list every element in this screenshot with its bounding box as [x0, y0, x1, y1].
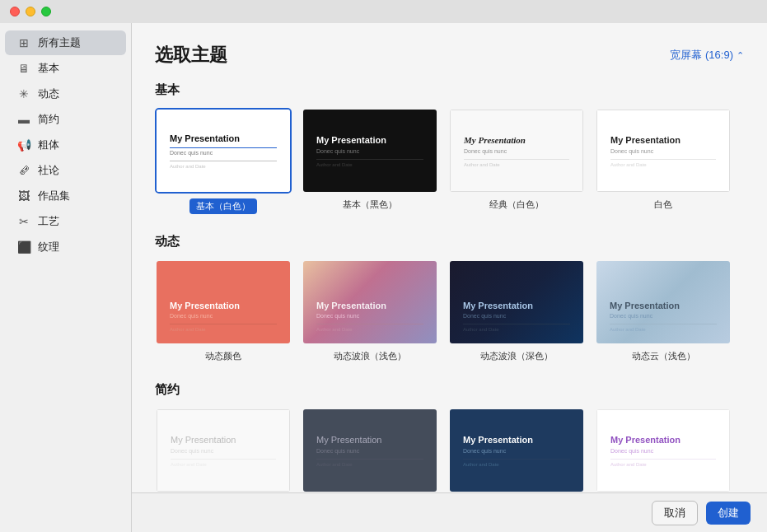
sidebar-item-all[interactable]: ⊞所有主题	[5, 30, 126, 55]
titlebar	[0, 0, 767, 23]
template-label-dynamic-color: 动态颜色	[205, 350, 241, 362]
dynamic-template-grid: My PresentationDonec quis nuncAuthor and…	[155, 259, 744, 362]
sidebar-label-portfolio: 作品集	[38, 189, 70, 203]
sidebar-icon-dynamic: ✳	[16, 87, 31, 100]
template-thumb-basic-white: My PresentationDonec quis nuncAuthor and…	[155, 108, 292, 194]
sidebar-item-editorial[interactable]: 🗞社论	[5, 158, 126, 183]
sidebar-item-simple[interactable]: ▬简约	[5, 107, 126, 132]
template-label-dynamic-cloud-light: 动态云（浅色）	[632, 350, 695, 362]
basic-template-grid: My PresentationDonec quis nuncAuthor and…	[155, 108, 744, 214]
template-thumb-color-gradient-light: My PresentationDonec quis nuncAuthor and…	[595, 408, 732, 493]
template-label-white: 白色	[654, 198, 672, 211]
sidebar-item-dynamic[interactable]: ✳动态	[5, 82, 126, 106]
bottom-bar: 取消 创建	[132, 492, 767, 532]
section-simple-title: 简约	[155, 382, 744, 398]
sidebar-icon-editorial: 🗞	[16, 164, 31, 177]
sidebar-label-craft: 工艺	[38, 214, 59, 229]
sidebar: ⊞所有主题🖥基本✳动态▬简约📢粗体🗞社论🖼作品集✂工艺⬛纹理	[0, 23, 132, 532]
template-basic-black[interactable]: My PresentationDonec quis nuncAuthor and…	[302, 108, 438, 214]
main-header: 选取主题 宽屏幕 (16:9) ⌃	[155, 43, 744, 68]
close-button[interactable]	[10, 7, 20, 16]
minimize-button[interactable]	[26, 7, 35, 16]
sidebar-icon-portfolio: 🖼	[16, 189, 31, 203]
sidebar-item-craft[interactable]: ✂工艺	[5, 209, 126, 234]
template-label-basic-black: 基本（黑色）	[343, 198, 397, 211]
template-basic-white[interactable]: My PresentationDonec quis nuncAuthor and…	[155, 108, 292, 214]
section-dynamic-title: 动态	[155, 234, 744, 250]
template-thumb-dynamic-color: My PresentationDonec quis nuncAuthor and…	[155, 259, 292, 345]
sidebar-label-dynamic: 动态	[38, 86, 59, 101]
template-label-classic-white: 经典（白色）	[489, 198, 544, 211]
template-thumb-dynamic-wave-light: My PresentationDonec quis nuncAuthor and…	[302, 259, 438, 345]
sidebar-item-basic[interactable]: 🖥基本	[5, 56, 126, 81]
aspect-ratio-button[interactable]: 宽屏幕 (16:9) ⌃	[670, 48, 744, 63]
template-thumb-minimal-dark: My PresentationDonec quis nuncAuthor and…	[302, 408, 438, 493]
template-label-dynamic-wave-dark: 动态波浪（深色）	[480, 350, 553, 362]
sidebar-icon-texture: ⬛	[16, 240, 31, 254]
template-thumb-basic-color: My PresentationDonec quis nuncAuthor and…	[448, 408, 585, 493]
aspect-ratio-label: 宽屏幕 (16:9)	[670, 48, 733, 63]
sidebar-item-bold[interactable]: 📢粗体	[5, 133, 126, 157]
template-dynamic-cloud-light[interactable]: My PresentationDonec quis nuncAuthor and…	[595, 259, 732, 362]
template-classic-white[interactable]: My PresentationDonec quis nuncAuthor and…	[448, 108, 585, 214]
section-basic-title: 基本	[155, 82, 744, 98]
cancel-button[interactable]: 取消	[652, 501, 698, 525]
template-thumb-classic-white: My PresentationDonec quis nuncAuthor and…	[448, 108, 585, 194]
sidebar-icon-basic: 🖥	[16, 62, 31, 75]
template-dynamic-wave-dark[interactable]: My PresentationDonec quis nuncAuthor and…	[448, 259, 585, 362]
sidebar-icon-simple: ▬	[16, 113, 31, 126]
template-thumb-dynamic-wave-dark: My PresentationDonec quis nuncAuthor and…	[448, 259, 585, 345]
sidebar-label-all: 所有主题	[38, 35, 81, 50]
sidebar-label-simple: 简约	[38, 112, 59, 127]
sidebar-icon-all: ⊞	[16, 36, 31, 49]
page-title: 选取主题	[155, 43, 227, 68]
maximize-button[interactable]	[41, 7, 51, 16]
sidebar-label-basic: 基本	[38, 61, 59, 76]
template-dynamic-color[interactable]: My PresentationDonec quis nuncAuthor and…	[155, 259, 292, 362]
sidebar-label-bold: 粗体	[38, 138, 59, 152]
create-button[interactable]: 创建	[706, 502, 751, 525]
sidebar-label-editorial: 社论	[38, 163, 59, 178]
sidebar-label-texture: 纹理	[38, 240, 59, 254]
template-dynamic-wave-light[interactable]: My PresentationDonec quis nuncAuthor and…	[302, 259, 438, 362]
template-label-basic-white: 基本（白色）	[189, 198, 257, 214]
sidebar-icon-bold: 📢	[16, 138, 31, 152]
chevron-down-icon: ⌃	[737, 50, 744, 61]
sidebar-icon-craft: ✂	[16, 215, 31, 228]
template-thumb-basic-black: My PresentationDonec quis nuncAuthor and…	[302, 108, 438, 194]
template-thumb-minimal-light: My PresentationDonec quis nuncAuthor and…	[155, 408, 292, 493]
main-content: 选取主题 宽屏幕 (16:9) ⌃ 基本 My PresentationDone…	[132, 23, 767, 532]
sidebar-item-texture[interactable]: ⬛纹理	[5, 235, 126, 259]
template-white[interactable]: My PresentationDonec quis nuncAuthor and…	[595, 108, 732, 214]
sidebar-item-portfolio[interactable]: 🖼作品集	[5, 184, 126, 208]
template-thumb-dynamic-cloud-light: My PresentationDonec quis nuncAuthor and…	[595, 259, 732, 345]
app-body: ⊞所有主题🖥基本✳动态▬简约📢粗体🗞社论🖼作品集✂工艺⬛纹理 选取主题 宽屏幕 …	[0, 23, 767, 532]
template-label-dynamic-wave-light: 动态波浪（浅色）	[334, 350, 406, 362]
template-thumb-white: My PresentationDonec quis nuncAuthor and…	[595, 108, 732, 194]
